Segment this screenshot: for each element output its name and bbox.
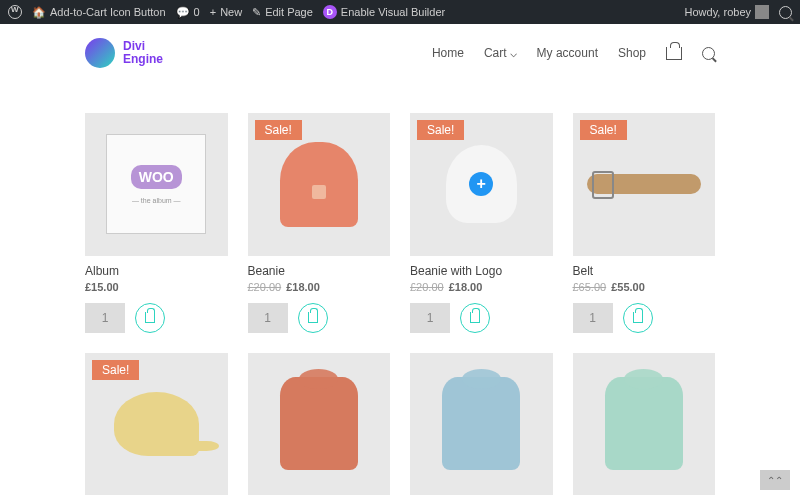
old-price: £20.00 bbox=[410, 281, 444, 293]
admin-search[interactable] bbox=[779, 6, 792, 19]
product-image[interactable]: Sale! bbox=[248, 113, 391, 256]
sale-badge: Sale! bbox=[255, 120, 302, 140]
site-name[interactable]: 🏠 Add-to-Cart Icon Button bbox=[32, 6, 166, 19]
avatar bbox=[755, 5, 769, 19]
product-actions: 1 bbox=[85, 303, 228, 333]
product-grid: WOO— the album — Album £15.00 1 Sale! Be… bbox=[0, 83, 800, 500]
quantity-input[interactable]: 1 bbox=[85, 303, 125, 333]
product-card: Sale! Cap £18.00£16.00 bbox=[85, 353, 228, 501]
comments-link[interactable]: 💬 0 bbox=[176, 6, 200, 19]
product-actions: 1 bbox=[248, 303, 391, 333]
search-icon bbox=[779, 6, 792, 19]
logo-mark-icon bbox=[85, 38, 115, 68]
quantity-input[interactable]: 1 bbox=[410, 303, 450, 333]
bag-icon bbox=[308, 312, 318, 323]
sale-badge: Sale! bbox=[580, 120, 627, 140]
product-image[interactable]: Sale! bbox=[573, 113, 716, 256]
product-card: Sale! Beanie £20.00£18.00 1 bbox=[248, 113, 391, 333]
product-card: Sale! Belt £65.00£55.00 1 bbox=[573, 113, 716, 333]
product-image[interactable]: Sale! bbox=[85, 353, 228, 496]
sale-badge: Sale! bbox=[417, 120, 464, 140]
nav-cart-icon[interactable] bbox=[666, 47, 682, 60]
old-price: £20.00 bbox=[248, 281, 282, 293]
nav-account[interactable]: My account bbox=[537, 46, 598, 60]
nav-cart[interactable]: Cart ⌵ bbox=[484, 46, 517, 60]
product-card: Hoodie £42.00 – £45.00 bbox=[248, 353, 391, 501]
wordpress-icon bbox=[8, 5, 22, 19]
product-image[interactable] bbox=[248, 353, 391, 496]
cart-icon bbox=[666, 47, 682, 60]
price: £15.00 bbox=[85, 281, 228, 293]
nav-shop[interactable]: Shop bbox=[618, 46, 646, 60]
new-content[interactable]: + New bbox=[210, 6, 242, 18]
chevron-down-icon: ⌵ bbox=[510, 46, 517, 60]
product-card: Hoodie with Logo £45.00 bbox=[410, 353, 553, 501]
bag-icon bbox=[470, 312, 480, 323]
product-title[interactable]: Beanie bbox=[248, 264, 391, 278]
wp-logo[interactable] bbox=[8, 5, 22, 19]
quantity-input[interactable]: 1 bbox=[248, 303, 288, 333]
bag-icon bbox=[633, 312, 643, 323]
site-logo[interactable]: DiviEngine bbox=[85, 38, 163, 68]
add-to-cart-button[interactable] bbox=[623, 303, 653, 333]
product-image[interactable] bbox=[573, 353, 716, 496]
product-card: Sale!+ Beanie with Logo £20.00£18.00 1 bbox=[410, 113, 553, 333]
divi-icon: D bbox=[323, 5, 337, 19]
price: £20.00£18.00 bbox=[248, 281, 391, 293]
product-actions: 1 bbox=[573, 303, 716, 333]
add-to-cart-button[interactable] bbox=[298, 303, 328, 333]
product-title[interactable]: Beanie with Logo bbox=[410, 264, 553, 278]
main-nav: Home Cart ⌵ My account Shop bbox=[432, 46, 715, 60]
product-image[interactable]: WOO— the album — bbox=[85, 113, 228, 256]
site-header: DiviEngine Home Cart ⌵ My account Shop bbox=[0, 24, 800, 83]
add-to-cart-button[interactable] bbox=[135, 303, 165, 333]
product-title[interactable]: Belt bbox=[573, 264, 716, 278]
product-actions: 1 bbox=[410, 303, 553, 333]
add-to-cart-button[interactable] bbox=[460, 303, 490, 333]
wp-admin-bar: 🏠 Add-to-Cart Icon Button 💬 0 + New ✎ Ed… bbox=[0, 0, 800, 24]
nav-search[interactable] bbox=[702, 47, 715, 60]
edit-page[interactable]: ✎ Edit Page bbox=[252, 6, 313, 19]
nav-home[interactable]: Home bbox=[432, 46, 464, 60]
price: £20.00£18.00 bbox=[410, 281, 553, 293]
product-card: Hoodie with Zipper £45.00 bbox=[573, 353, 716, 501]
price: £65.00£55.00 bbox=[573, 281, 716, 293]
howdy-user[interactable]: Howdy, robey bbox=[685, 5, 769, 19]
product-card: WOO— the album — Album £15.00 1 bbox=[85, 113, 228, 333]
enable-visual-builder[interactable]: D Enable Visual Builder bbox=[323, 5, 445, 19]
scroll-to-top[interactable]: ⌃⌃ bbox=[760, 470, 790, 490]
search-icon bbox=[702, 47, 715, 60]
product-title[interactable]: Album bbox=[85, 264, 228, 278]
sale-badge: Sale! bbox=[92, 360, 139, 380]
bag-icon bbox=[145, 312, 155, 323]
quantity-input[interactable]: 1 bbox=[573, 303, 613, 333]
old-price: £65.00 bbox=[573, 281, 607, 293]
product-image[interactable]: Sale!+ bbox=[410, 113, 553, 256]
product-image[interactable] bbox=[410, 353, 553, 496]
